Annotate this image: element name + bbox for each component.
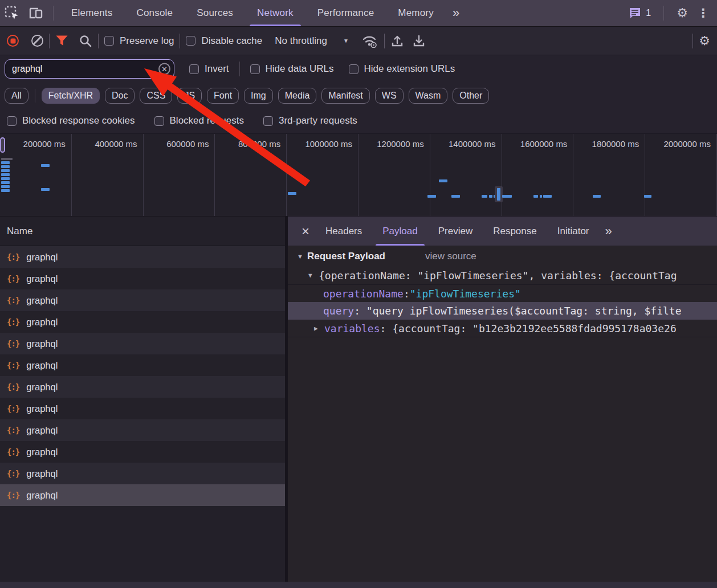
waterfall-bar <box>533 195 538 198</box>
json-request-icon: {:} <box>7 491 19 500</box>
waterfall-bar <box>593 195 601 198</box>
third-party-option: 3rd-party requests <box>263 115 357 126</box>
device-toolbar-icon[interactable] <box>28 6 44 21</box>
blocked-cookies-checkbox[interactable] <box>7 116 17 126</box>
clear-network-log-icon[interactable] <box>31 35 43 47</box>
request-row[interactable]: {:}graphql <box>0 268 285 289</box>
chip-css[interactable]: CSS <box>140 88 172 104</box>
tab-sources[interactable]: Sources <box>185 0 245 26</box>
filter-input[interactable] <box>5 59 174 79</box>
chip-fetch-xhr[interactable]: Fetch/XHR <box>42 88 100 104</box>
tab-response[interactable]: Response <box>483 217 547 246</box>
throttling-dropdown[interactable]: No throttling ▼ <box>275 35 349 47</box>
kebab-menu-icon[interactable]: ⋮ <box>695 6 711 20</box>
third-party-checkbox[interactable] <box>263 116 273 126</box>
timeline-bars <box>0 134 717 216</box>
json-separator: : <box>404 288 410 300</box>
more-tabs-icon[interactable]: » <box>446 6 466 21</box>
disable-cache-checkbox[interactable] <box>186 36 195 46</box>
tab-payload[interactable]: Payload <box>372 217 427 246</box>
waterfall-bar <box>1 173 10 176</box>
chip-media[interactable]: Media <box>278 88 317 104</box>
invert-checkbox[interactable] <box>189 64 199 74</box>
json-request-icon: {:} <box>7 252 19 262</box>
preserve-log-label: Preserve log <box>120 35 174 47</box>
third-party-label: 3rd-party requests <box>279 115 357 126</box>
request-row[interactable]: {:}graphql <box>0 463 285 484</box>
timeline-brush-handle[interactable] <box>0 137 5 153</box>
clear-filter-icon[interactable]: ✕ <box>158 63 170 75</box>
network-overview-timeline[interactable]: 200000 ms 400000 ms 600000 ms 800000 ms … <box>0 134 717 217</box>
name-column-header[interactable]: Name <box>0 217 285 246</box>
tab-elements[interactable]: Elements <box>59 0 124 26</box>
filter-icon[interactable] <box>55 35 68 47</box>
waterfall-bar <box>644 195 651 198</box>
hide-data-urls-checkbox[interactable] <box>250 64 260 74</box>
tab-preview[interactable]: Preview <box>428 217 483 246</box>
waterfall-bar <box>451 195 460 198</box>
request-row[interactable]: {:}graphql <box>0 354 285 376</box>
request-row[interactable]: {:}graphql <box>0 419 285 441</box>
triangle-expanded-icon[interactable]: ▼ <box>308 272 319 279</box>
tab-performance[interactable]: Performance <box>305 0 386 26</box>
request-row[interactable]: {:}graphql <box>0 376 285 398</box>
tab-initiator[interactable]: Initiator <box>547 217 600 246</box>
more-detail-tabs-icon[interactable]: » <box>600 224 618 239</box>
issues-count: 1 <box>646 8 651 18</box>
throttling-value: No throttling <box>275 35 327 47</box>
request-row[interactable]: {:}graphql <box>0 246 285 268</box>
import-har-icon[interactable] <box>390 34 404 48</box>
chip-doc[interactable]: Doc <box>105 88 135 104</box>
hide-extension-urls-option: Hide extension URLs <box>349 63 455 75</box>
json-request-icon: {:} <box>7 339 19 348</box>
waterfall-bar <box>427 195 436 198</box>
preserve-log-checkbox[interactable] <box>104 36 114 46</box>
record-network-log-icon[interactable] <box>7 35 19 47</box>
payload-root-preview: {operationName: "ipFlowTimeseries", vari… <box>319 270 677 281</box>
request-row[interactable]: {:}graphql <box>0 333 285 354</box>
chip-js[interactable]: JS <box>177 88 202 104</box>
settings-gear-icon[interactable]: ⚙ <box>677 7 688 19</box>
chip-font[interactable]: Font <box>207 88 239 104</box>
view-source-link[interactable]: view source <box>425 251 476 262</box>
chip-wasm[interactable]: Wasm <box>409 88 448 104</box>
network-conditions-icon[interactable] <box>361 34 378 48</box>
waterfall-bar <box>1 189 10 192</box>
request-row[interactable]: {:}graphql <box>0 311 285 333</box>
chip-ws[interactable]: WS <box>375 88 404 104</box>
payload-operation-line[interactable]: operationName: "ipFlowTimeseries" <box>288 284 717 302</box>
waterfall-bar <box>489 195 492 198</box>
chip-all[interactable]: All <box>5 88 28 104</box>
export-har-icon[interactable] <box>412 34 426 48</box>
request-payload-section[interactable]: ▼ Request Payload view source <box>288 246 717 267</box>
waterfall-bar <box>482 195 487 198</box>
search-icon[interactable] <box>79 34 92 48</box>
tab-memory[interactable]: Memory <box>386 0 446 26</box>
devtools-window: Elements Console Sources Network Perform… <box>0 0 717 588</box>
network-settings-gear-icon[interactable]: ⚙ <box>699 35 710 47</box>
hide-extension-urls-label: Hide extension URLs <box>364 63 455 75</box>
triangle-expanded-icon[interactable]: ▼ <box>297 253 307 260</box>
inspect-element-icon[interactable] <box>5 6 20 21</box>
issues-button[interactable]: 1 <box>628 7 651 19</box>
tab-headers[interactable]: Headers <box>315 217 372 246</box>
request-row[interactable]: {:}graphql <box>0 289 285 311</box>
tab-console[interactable]: Console <box>124 0 185 26</box>
chip-img[interactable]: Img <box>244 88 273 104</box>
chip-other[interactable]: Other <box>453 88 489 104</box>
divider <box>239 62 240 76</box>
payload-query-line[interactable]: query: "query ipFlowTimeseries($accountT… <box>288 302 717 320</box>
chip-manifest[interactable]: Manifest <box>321 88 369 104</box>
payload-root-line[interactable]: ▼ {operationName: "ipFlowTimeseries", va… <box>288 267 717 284</box>
close-icon[interactable]: × <box>296 224 315 238</box>
request-row[interactable]: {:}graphql <box>0 441 285 463</box>
triangle-collapsed-icon[interactable]: ▶ <box>314 325 324 332</box>
request-row[interactable]: {:}graphql <box>0 398 285 419</box>
hide-extension-urls-checkbox[interactable] <box>349 64 358 74</box>
payload-variables-line[interactable]: ▶ variables: {accountTag: "b12e3b2192ee5… <box>288 320 717 337</box>
blocked-requests-checkbox[interactable] <box>154 116 164 126</box>
json-key: query <box>323 305 354 317</box>
divider <box>384 34 385 48</box>
tab-network[interactable]: Network <box>245 0 305 26</box>
request-row[interactable]: {:}graphql <box>0 484 285 506</box>
